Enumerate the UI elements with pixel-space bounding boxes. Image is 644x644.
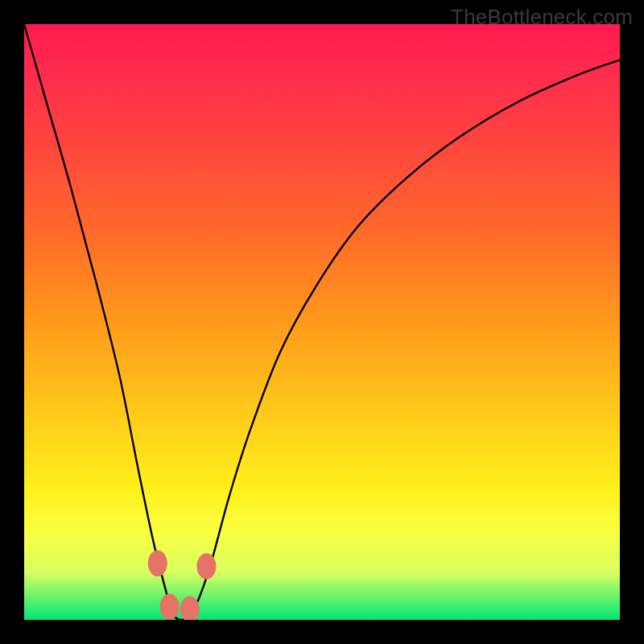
chart-frame <box>24 24 620 620</box>
curve-marker-1 <box>160 594 180 620</box>
curve-marker-0 <box>148 551 167 576</box>
watermark-text: TheBottleneck.com <box>451 5 633 30</box>
curve-marker-3 <box>196 553 216 579</box>
curve-marker-2 <box>180 596 200 620</box>
bottleneck-curve-path <box>24 24 620 620</box>
bottleneck-curve-svg <box>24 24 620 620</box>
curve-markers-group <box>148 551 217 621</box>
